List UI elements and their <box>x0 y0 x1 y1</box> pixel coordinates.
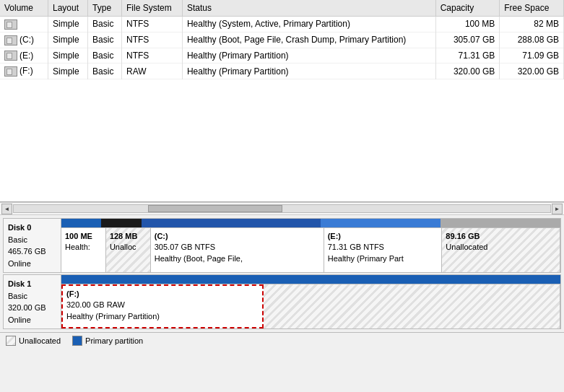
partition-sublabel: Unalloc <box>110 242 147 253</box>
disk-row-1: Disk 1 Basic 320.00 GB Online(F:)320.00 … <box>3 274 561 329</box>
partition-block[interactable]: 100 MEHealth: <box>61 228 106 272</box>
volume-label: (C:) <box>19 35 34 45</box>
cell-capacity: 100 MB <box>435 17 500 32</box>
partition-block[interactable]: 89.16 GBUnallocated <box>442 228 560 272</box>
volume-icon <box>4 35 17 45</box>
partition-label: 100 ME <box>65 231 102 242</box>
cell-volume: (F:) <box>0 64 48 79</box>
scroll-right-button[interactable]: ► <box>552 204 563 214</box>
cell-type: Basic <box>88 32 122 48</box>
table-wrapper[interactable]: Volume Layout Type File System Status Ca… <box>0 0 564 201</box>
partition-block[interactable]: (C:)305.07 GB NTFSHealthy (Boot, Page Fi… <box>151 228 324 272</box>
cell-volume: (E:) <box>0 48 48 64</box>
partition-block[interactable]: 128 MBUnalloc <box>106 228 151 272</box>
table-body: SimpleBasicNTFSHealthy (System, Active, … <box>0 17 564 79</box>
cell-type: Basic <box>88 48 122 64</box>
bottom-panel: Disk 0 Basic 465.76 GB Online100 MEHealt… <box>0 215 564 332</box>
disk-status: Online <box>8 258 56 270</box>
table-row[interactable]: SimpleBasicNTFSHealthy (System, Active, … <box>0 17 564 32</box>
disk-label: Disk 0 Basic 465.76 GB Online <box>4 219 61 272</box>
cell-type: Basic <box>88 64 122 79</box>
color-segment-0 <box>61 275 261 284</box>
cell-type: Basic <box>88 17 122 32</box>
cell-filesystem: NTFS <box>121 32 182 48</box>
partition-label: (E:) <box>328 231 438 242</box>
col-volume: Volume <box>0 0 48 17</box>
legend-bar: UnallocatedPrimary partition <box>0 332 564 349</box>
color-segment-3 <box>321 219 441 227</box>
legend-item: Unallocated <box>6 336 61 346</box>
partition-detail: Healthy (Primary Part <box>328 253 438 264</box>
partition-label: (F:) <box>66 289 259 300</box>
cell-layout: Simple <box>48 64 88 79</box>
cell-status: Healthy (System, Active, Primary Partiti… <box>182 17 435 32</box>
legend-item: Primary partition <box>72 336 143 346</box>
partition-block[interactable] <box>264 284 560 328</box>
partition-sublabel: Health: <box>65 242 102 253</box>
table-row[interactable]: (C:)SimpleBasicNTFSHealthy (Boot, Page F… <box>0 32 564 48</box>
disk-color-bar <box>61 219 560 227</box>
partition-label: 89.16 GB <box>446 231 556 242</box>
col-capacity: Capacity <box>435 0 500 17</box>
disk-size: 465.76 GB <box>8 245 56 258</box>
disk-name: Disk 0 <box>8 222 56 234</box>
partition-label: 128 MB <box>110 231 147 242</box>
disk-row-0: Disk 0 Basic 465.76 GB Online100 MEHealt… <box>3 218 561 273</box>
legend-unallocated-icon <box>6 336 16 346</box>
table-row[interactable]: (E:)SimpleBasicNTFSHealthy (Primary Part… <box>0 48 564 64</box>
cell-capacity: 71.31 GB <box>435 48 500 64</box>
legend-label: Unallocated <box>19 336 61 345</box>
cell-status: Healthy (Boot, Page File, Crash Dump, Pr… <box>182 32 435 48</box>
legend-primary-icon <box>72 336 82 346</box>
disk-type: Basic <box>8 234 56 246</box>
scroll-left-button[interactable]: ◄ <box>1 204 12 214</box>
volume-table: Volume Layout Type File System Status Ca… <box>0 0 564 79</box>
cell-volume: (C:) <box>0 32 48 48</box>
col-freespace: Free Space <box>500 0 564 17</box>
partition-block[interactable]: (E:)71.31 GB NTFSHealthy (Primary Part <box>324 228 443 272</box>
table-row[interactable]: (F:)SimpleBasicRAWHealthy (Primary Parti… <box>0 64 564 79</box>
legend-label: Primary partition <box>85 336 143 345</box>
scroll-thumb[interactable] <box>148 205 282 212</box>
cell-filesystem: NTFS <box>121 17 182 32</box>
partition-sublabel: 305.07 GB NTFS <box>155 242 320 253</box>
partition-sublabel: 71.31 GB NTFS <box>328 242 438 253</box>
disk-size: 320.00 GB <box>8 302 56 314</box>
h-scrollbar[interactable]: ◄ ► <box>0 204 564 214</box>
col-layout: Layout <box>48 0 88 17</box>
volume-icon <box>4 19 17 30</box>
disk-color-bar <box>61 275 560 284</box>
cell-capacity: 305.07 GB <box>435 32 500 48</box>
partition-detail: Healthy (Primary Partition) <box>66 311 259 322</box>
volume-label: (F:) <box>19 66 33 76</box>
volume-icon <box>4 51 17 61</box>
partition-label: (C:) <box>155 231 320 242</box>
col-filesystem: File System <box>121 0 182 17</box>
partition-sublabel: Unallocated <box>446 242 556 253</box>
disk-partitions: (F:)320.00 GB RAWHealthy (Primary Partit… <box>61 284 560 328</box>
volume-icon <box>4 66 17 77</box>
disk-bar-container: 100 MEHealth:128 MBUnalloc(C:)305.07 GB … <box>61 219 560 272</box>
cell-freespace: 71.09 GB <box>500 48 564 64</box>
cell-layout: Simple <box>48 17 88 32</box>
color-segment-0 <box>61 219 101 227</box>
cell-filesystem: RAW <box>121 64 182 79</box>
top-panel: Volume Layout Type File System Status Ca… <box>0 0 564 202</box>
partition-block[interactable]: (F:)320.00 GB RAWHealthy (Primary Partit… <box>61 284 264 328</box>
cell-freespace: 288.08 GB <box>500 32 564 48</box>
table-header: Volume Layout Type File System Status Ca… <box>0 0 564 17</box>
volume-label: (E:) <box>19 51 33 61</box>
cell-status: Healthy (Primary Partition) <box>182 64 435 79</box>
scroll-track[interactable] <box>13 204 551 213</box>
partition-detail: Healthy (Boot, Page File, <box>155 253 320 264</box>
cell-layout: Simple <box>48 48 88 64</box>
cell-status: Healthy (Primary Partition) <box>182 48 435 64</box>
cell-freespace: 320.00 GB <box>500 64 564 79</box>
cell-filesystem: NTFS <box>121 48 182 64</box>
color-segment-4 <box>441 219 560 227</box>
cell-layout: Simple <box>48 32 88 48</box>
disk-status: Online <box>8 314 56 326</box>
color-segment-2 <box>142 219 321 227</box>
partition-sublabel: 320.00 GB RAW <box>66 300 259 310</box>
cell-capacity: 320.00 GB <box>435 64 500 79</box>
